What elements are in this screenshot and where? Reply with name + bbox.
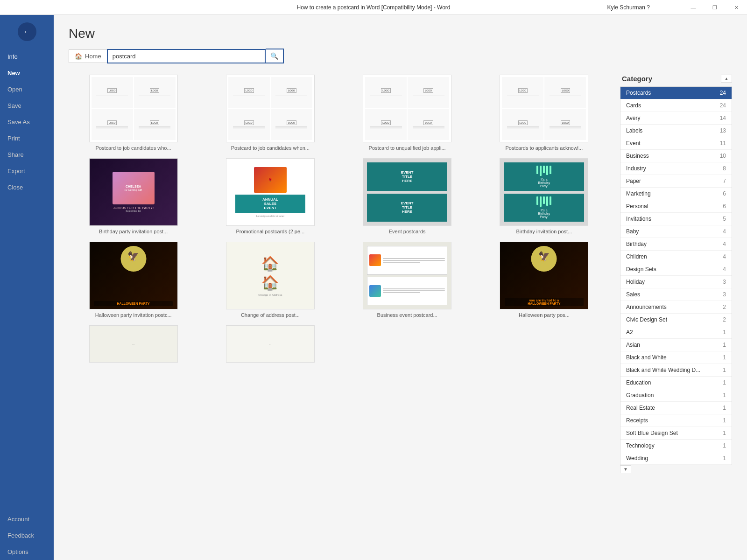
category-list: Postcards 24 Cards 24 Avery 14 Labels 13 — [620, 86, 732, 465]
category-item-sales[interactable]: Sales 3 — [620, 288, 732, 301]
category-item-paper[interactable]: Paper 7 — [620, 175, 732, 188]
template-thumbnail: 🦅 you are invited to aHALLOWEEN PARTY — [500, 242, 588, 309]
template-item[interactable]: CHELSEAis turning 10! JOIN US FOR THE PA… — [69, 158, 198, 234]
sidebar-item-export[interactable]: Export — [0, 163, 54, 179]
category-item-a2[interactable]: A2 1 — [620, 326, 732, 339]
category-item-receipts[interactable]: Receipts 1 — [620, 414, 732, 427]
category-item-bw-wedding[interactable]: Black and White Wedding D... 1 — [620, 364, 732, 377]
template-thumbnail: LOGO LOGO LOGO LOGO — [89, 75, 178, 142]
template-item[interactable]: 🦅 HALLOWEEN PARTY Halloween party invita… — [69, 242, 198, 318]
template-item[interactable]: 🦅 you are invited to aHALLOWEEN PARTY Ha… — [479, 242, 609, 318]
window-title: How to create a postcard in Word [Compat… — [296, 4, 450, 11]
category-item-event[interactable]: Event 11 — [620, 137, 732, 150]
sidebar-item-save[interactable]: Save — [0, 98, 54, 114]
template-label: Business event postcard... — [377, 312, 437, 318]
main-content: New 🏠 Home 🔍 — [54, 15, 747, 560]
template-label: Change of address post... — [241, 312, 300, 318]
search-input[interactable] — [107, 49, 266, 63]
template-label: Birthday party invitation post... — [99, 229, 168, 234]
template-thumbnail: It's aBirthdayParty! — [500, 158, 588, 226]
sidebar-item-print[interactable]: Print — [0, 130, 54, 147]
category-item-technology[interactable]: Technology 1 — [620, 440, 732, 452]
content-body: LOGO LOGO LOGO LOGO Postcard to job cand… — [54, 71, 747, 560]
template-thumbnail: ... — [226, 325, 315, 363]
sidebar-item-save-as[interactable]: Save As — [0, 114, 54, 130]
template-thumbnail: EVENTTITLEHERE EVENTTITLEHERE — [363, 158, 451, 226]
template-label: Promotional postcards (2 pe... — [236, 229, 305, 234]
template-item[interactable]: Business event postcard... — [343, 242, 472, 318]
category-item-cards[interactable]: Cards 24 — [620, 99, 732, 112]
template-thumbnail: CHELSEAis turning 10! JOIN US FOR THE PA… — [89, 158, 178, 226]
template-item[interactable]: LOGO LOGO LOGO LOGO Postcard to unqualif… — [343, 75, 472, 151]
template-label: Postcard to job candidates when... — [231, 145, 310, 151]
sidebar-item-new[interactable]: New — [0, 65, 54, 81]
sidebar-item-feedback[interactable]: Feedback — [0, 527, 54, 544]
category-scroll-down[interactable]: ▼ — [620, 465, 631, 473]
sidebar-item-share[interactable]: Share — [0, 147, 54, 163]
template-item[interactable]: ... — [69, 325, 198, 363]
template-item[interactable]: It's aBirthdayParty! — [479, 158, 609, 234]
sidebar-item-account[interactable]: Account — [0, 511, 54, 527]
category-item-industry[interactable]: Industry 8 — [620, 162, 732, 175]
template-label: Halloween party pos... — [519, 312, 570, 318]
category-item-soft-blue[interactable]: Soft Blue Design Set 1 — [620, 427, 732, 440]
category-item-black-and-white[interactable]: Black and White 1 — [620, 351, 732, 364]
template-item[interactable]: 🏠 🏠 Change of Address Change of address … — [205, 242, 335, 318]
sidebar-item-info[interactable]: Info — [0, 49, 54, 65]
template-thumbnail — [363, 242, 451, 309]
template-item[interactable]: LOGO LOGO LOGO LOGO Postcard to job cand… — [69, 75, 198, 151]
sidebar-item-close[interactable]: Close — [0, 179, 54, 196]
template-thumbnail: 🦅 HALLOWEEN PARTY — [89, 242, 178, 309]
content-header: New 🏠 Home 🔍 — [54, 15, 747, 71]
templates-grid: LOGO LOGO LOGO LOGO Postcard to job cand… — [69, 75, 609, 370]
page-title: New — [69, 26, 732, 41]
template-label: Postcard to unqualified job appli... — [369, 145, 446, 151]
template-item[interactable]: EVENTTITLEHERE EVENTTITLEHERE Event post… — [343, 158, 472, 234]
category-item-graduation[interactable]: Graduation 1 — [620, 389, 732, 402]
minimize-button[interactable]: — — [683, 0, 704, 15]
close-button[interactable]: ✕ — [726, 0, 747, 15]
template-item[interactable]: LOGO LOGO LOGO LOGO Postcard to job cand… — [205, 75, 335, 151]
search-home-button[interactable]: 🏠 Home — [69, 49, 107, 63]
restore-button[interactable]: ❐ — [704, 0, 726, 15]
category-item-wedding[interactable]: Wedding 1 — [620, 452, 732, 465]
help-button[interactable]: ? — [647, 4, 650, 11]
titlebar: How to create a postcard in Word [Compat… — [0, 0, 747, 15]
search-button[interactable]: 🔍 — [266, 49, 284, 63]
category-item-postcards[interactable]: Postcards 24 — [620, 87, 732, 99]
category-item-announcements[interactable]: Announcements 2 — [620, 301, 732, 314]
back-button[interactable]: ← — [18, 22, 36, 41]
category-item-education[interactable]: Education 1 — [620, 377, 732, 389]
sidebar-item-open[interactable]: Open — [0, 81, 54, 98]
template-label: Postcards to applicants acknowl... — [506, 145, 583, 151]
home-icon: 🏠 — [75, 53, 82, 60]
category-item-labels[interactable]: Labels 13 — [620, 125, 732, 137]
template-item[interactable]: LOGO LOGO LOGO LOGO Postcards to applica… — [479, 75, 609, 151]
category-panel: Category ▲ Postcards 24 Cards 24 — [620, 75, 732, 560]
sidebar-item-options[interactable]: Options — [0, 544, 54, 560]
category-item-holiday[interactable]: Holiday 3 — [620, 276, 732, 288]
templates-area: LOGO LOGO LOGO LOGO Postcard to job cand… — [69, 75, 609, 560]
category-item-invitations[interactable]: Invitations 5 — [620, 213, 732, 225]
template-thumbnail: ... — [89, 325, 178, 363]
template-item[interactable]: 🌹 ANNUALSALESEVENT Lorem ipsum dolor sit… — [205, 158, 335, 234]
search-icon: 🔍 — [270, 52, 278, 60]
category-item-asian[interactable]: Asian 1 — [620, 339, 732, 351]
category-scroll-up[interactable]: ▲ — [721, 75, 732, 83]
template-label: Birthday invitation post... — [516, 229, 572, 234]
category-item-baby[interactable]: Baby 4 — [620, 225, 732, 238]
category-item-avery[interactable]: Avery 14 — [620, 112, 732, 125]
template-thumbnail: LOGO LOGO LOGO LOGO — [500, 75, 588, 142]
category-item-business[interactable]: Business 10 — [620, 150, 732, 162]
sidebar: ← Info New Open Save Save As Print Share… — [0, 15, 54, 560]
category-header: Category — [620, 75, 654, 83]
category-item-personal[interactable]: Personal 6 — [620, 200, 732, 213]
category-item-marketing[interactable]: Marketing 6 — [620, 188, 732, 200]
category-item-birthday[interactable]: Birthday 4 — [620, 238, 732, 251]
category-item-children[interactable]: Children 4 — [620, 251, 732, 263]
template-item[interactable]: ... — [205, 325, 335, 363]
template-label: Postcard to job candidates who... — [96, 145, 171, 151]
category-item-real-estate[interactable]: Real Estate 1 — [620, 402, 732, 414]
category-item-design-sets[interactable]: Design Sets 4 — [620, 263, 732, 276]
category-item-civic-design-set[interactable]: Civic Design Set 2 — [620, 314, 732, 326]
